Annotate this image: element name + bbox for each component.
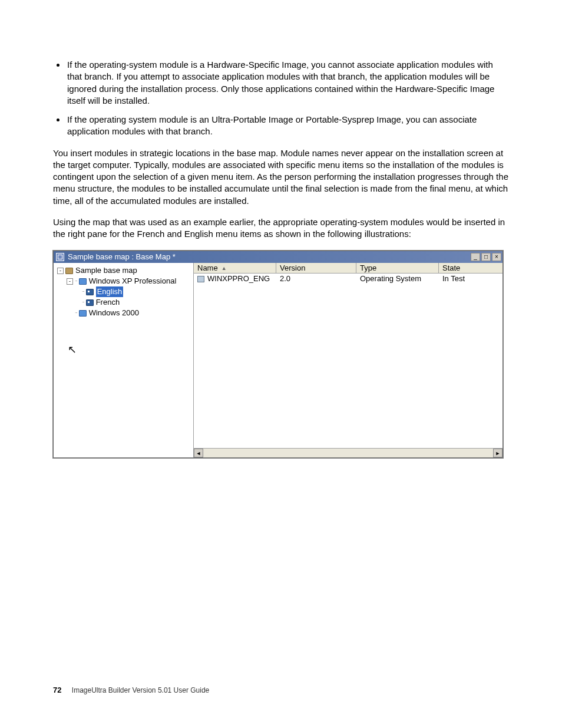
window-titlebar[interactable]: Sample base map : Base Map * _ □ × <box>54 251 503 263</box>
os-icon <box>79 278 87 285</box>
tree-label-win2k: Windows 2000 <box>89 308 139 318</box>
page-footer: 72 ImageUltra Builder Version 5.01 User … <box>53 685 209 696</box>
list-pane: Name ▲ Version Type State WINXPPRO_ENG 2… <box>194 263 503 457</box>
horizontal-scrollbar[interactable]: ◄ ► <box>194 448 503 457</box>
footer-guide-title: ImageUltra Builder Version 5.01 User Gui… <box>72 686 209 694</box>
expander-icon[interactable]: - <box>67 278 73 285</box>
close-button[interactable]: × <box>492 253 501 261</box>
table-row[interactable]: WINXPPRO_ENG 2.0 Operating System In Tes… <box>194 274 503 284</box>
menu-item-icon <box>86 289 94 295</box>
column-header-type[interactable]: Type <box>356 263 439 273</box>
menu-item-icon <box>86 299 94 306</box>
map-icon <box>65 268 73 274</box>
tree-node-french[interactable]: ··· French <box>57 297 193 308</box>
tree-node-winxp[interactable]: - ··· Windows XP Professional <box>57 276 193 286</box>
maximize-button[interactable]: □ <box>481 253 491 261</box>
module-icon <box>197 276 204 282</box>
cell-version: 2.0 <box>276 274 356 285</box>
tree-node-root[interactable]: - Sample base map <box>57 265 193 276</box>
tree-label-english: English <box>96 286 124 297</box>
expander-icon[interactable]: - <box>57 268 64 274</box>
tree-label-root: Sample base map <box>75 265 137 276</box>
os-icon <box>79 310 87 317</box>
minimize-button[interactable]: _ <box>471 253 480 261</box>
column-header-version[interactable]: Version <box>276 263 356 273</box>
tree-pane[interactable]: - Sample base map - ··· Windows XP Profe… <box>54 263 194 457</box>
list-body[interactable]: WINXPPRO_ENG 2.0 Operating System In Tes… <box>194 274 503 448</box>
tree-label-winxp: Windows XP Professional <box>89 276 177 286</box>
tree-label-french: French <box>96 297 120 308</box>
bullet-ultra-portable: If the operating system module is an Ult… <box>66 114 509 138</box>
page-number: 72 <box>53 686 61 694</box>
window-icon <box>56 253 64 261</box>
column-header-state[interactable]: State <box>439 263 503 273</box>
cell-type: Operating System <box>356 274 439 285</box>
sort-asc-icon: ▲ <box>222 265 227 272</box>
column-header-name[interactable]: Name ▲ <box>194 263 276 273</box>
tree-node-english[interactable]: ··· English <box>57 286 193 297</box>
paragraph-example-map: Using the map that was used as an exampl… <box>53 216 509 241</box>
scroll-track[interactable] <box>203 449 493 457</box>
list-header: Name ▲ Version Type State <box>194 263 503 274</box>
scroll-right-button[interactable]: ► <box>493 449 503 457</box>
paragraph-modules: You insert modules in strategic location… <box>53 147 509 207</box>
cell-state: In Test <box>439 274 503 285</box>
tree-node-win2k[interactable]: ··· Windows 2000 <box>57 308 193 318</box>
bullet-hardware-specific: If the operating-system module is a Hard… <box>66 59 509 107</box>
scroll-left-button[interactable]: ◄ <box>194 449 203 457</box>
window-title: Sample base map : Base Map * <box>68 252 176 262</box>
cell-name: WINXPPRO_ENG <box>207 274 270 284</box>
app-window: Sample base map : Base Map * _ □ × - Sam… <box>53 251 503 458</box>
cursor-icon: ↖ <box>68 342 77 357</box>
